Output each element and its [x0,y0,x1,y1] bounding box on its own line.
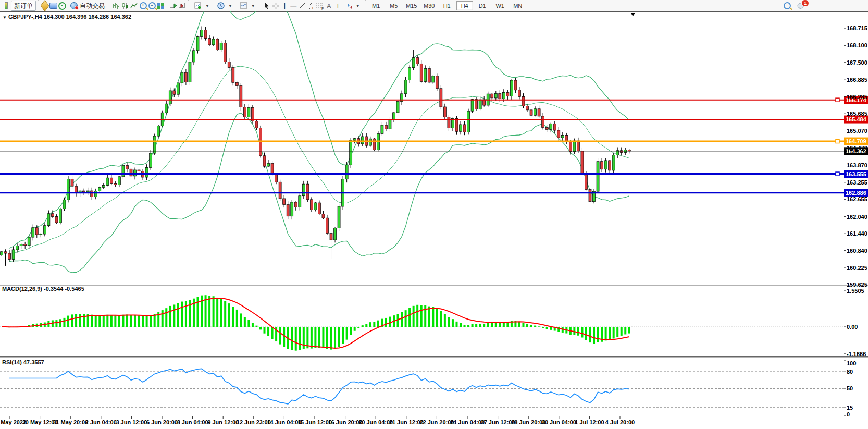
timeframe-m15[interactable]: M15 [403,1,420,10]
periods-dropdown[interactable]: ▼ [214,1,235,11]
toolbar-right: 1 [783,2,868,10]
timeframe-h1[interactable]: H1 [439,1,455,10]
toolbar-group-charttype: + − [110,0,167,11]
rsi-label: RSI(14) 47.3557 [2,359,44,365]
price-axis-tick: 166.885 [847,77,867,83]
price-axis-tick: 160.225 [847,265,867,271]
symbol-dropdown-icon[interactable]: ▼ [3,15,7,20]
new-chart-dropdown[interactable]: ▼ [191,1,213,11]
toolbar-group-scroll [167,0,188,11]
price-line-label: 165.484 [846,116,867,122]
chart-title: ▼ GBPJPY-,H4 164.300 164.396 164.286 164… [3,14,131,20]
time-axis-label: 9 Jun 12:00 [207,419,239,425]
time-axis-label: 3 Jun 12:00 [116,419,147,425]
cursor-icon[interactable] [263,2,271,10]
new-order-button[interactable]: 新订单 [11,1,36,11]
channel-letter: E [312,6,315,10]
timeframe-w1[interactable]: W1 [492,1,509,10]
chat-icon[interactable]: 1 [797,2,805,10]
toolbar-group-apps: 自动交易 [38,0,110,11]
timeframe-d1[interactable]: D1 [474,1,491,10]
price-axis-tick: 168.100 [847,42,867,48]
price-axis-tick: 168.715 [847,25,867,31]
autotrading-button[interactable]: 自动交易 [67,1,108,11]
time-axis-label: 8 Jun 04:00 [177,419,208,425]
rsi-axis-tick: 100 [847,360,856,366]
price-axis-tick: 160.840 [847,248,867,254]
time-axis-label: 4 Jul 20:00 [605,419,635,425]
zoom-out-icon[interactable]: − [147,2,156,10]
toolbar-group-new: ▼ ▼ ▼ [188,0,261,11]
timeframe-h4[interactable]: H4 [456,1,473,10]
macd-axis-tick: 1.5505 [847,288,864,294]
price-axis-tick: 163.255 [847,179,867,186]
zoom-in-icon[interactable]: + [139,2,147,10]
bar-chart-icon[interactable] [112,2,121,10]
time-axis-label: 31 May 20:00 [53,419,88,425]
timeframe-m30[interactable]: M30 [421,1,438,10]
notification-badge: 1 [801,0,809,7]
time-axis-label: 22 Jun 20:00 [419,419,454,425]
time-axis-label: 16 Jun 20:00 [328,419,363,425]
time-axis-label: 30 Jun 04:00 [542,419,576,425]
rsi-axis-tick: 0 [847,411,850,418]
rsi-axis-tick: 15 [847,405,853,411]
terminal-icon[interactable] [49,2,58,10]
metaeditor-icon[interactable] [40,2,49,10]
macd-axis-tick: -1.1666 [847,351,866,357]
time-axis-label: 12 Jun 23:00 [237,419,271,425]
arrows-dropdown[interactable]: ▼ [343,1,363,11]
toolbar: 新订单 自动交易 + − ▼ ▼ ▼ [0,0,868,12]
market-watch-icon[interactable] [2,2,10,10]
horizontal-line-icon[interactable]: — [289,2,298,10]
text-label-icon[interactable]: T [333,2,342,10]
time-axis-label: 21 Jun 12:00 [389,419,424,425]
search-icon[interactable] [783,2,791,10]
time-axis-label: 14 Jun 04:00 [267,419,301,425]
macd-label: MACD(12,26,9) -0.3544 -0.5465 [2,286,84,292]
price-axis-tick: 164.470 [847,145,867,151]
macd-axis-tick: 0.00 [847,324,858,330]
candlestick-icon[interactable] [121,2,130,10]
price-axis-tick: 162.040 [847,214,867,220]
tile-windows-icon[interactable] [156,2,165,10]
timeframe-m1[interactable]: M1 [368,1,385,10]
price-axis-tick: 165.070 [847,128,867,134]
line-chart-icon[interactable] [130,2,139,10]
timeframe-m5[interactable]: M5 [386,1,402,10]
price-axis-tick: 166.285 [847,94,867,100]
time-axis-label: 15 Jun 12:00 [297,419,332,425]
text-icon[interactable]: A [325,2,333,10]
time-axis-label: 2 Jun 04:00 [85,419,117,425]
autotrading-icon [70,2,78,9]
crosshair-icon[interactable] [271,2,280,10]
rsi-axis-tick: 50 [847,385,853,391]
price-axis-tick: 167.500 [847,59,867,66]
time-axis-label: 6 Jun 20:00 [146,419,178,425]
time-axis-label: 27 Jun 12:00 [481,419,515,425]
price-line-label: 162.886 [846,190,866,196]
trendline-icon[interactable] [298,2,307,10]
templates-dropdown[interactable]: ▼ [237,1,258,11]
price-line-label: 164.709 [846,138,866,144]
chart-shift-icon[interactable] [178,2,187,10]
toolbar-group-timeframes: M1 M5 M15 M30 H1 H4 D1 W1 MN [365,0,528,11]
signals-icon[interactable] [58,2,67,10]
autotrading-label: 自动交易 [80,2,105,10]
vertical-line-icon[interactable]: | [280,2,289,10]
fibonacci-icon[interactable]: F [316,2,325,10]
time-axis-label: 24 Jun 04:00 [450,419,485,425]
price-axis-tick: 163.870 [847,162,867,168]
new-order-label: 新订单 [14,2,33,10]
equidistant-channel-icon[interactable]: E [307,2,316,10]
time-axis-label: 28 Jun 20:00 [511,419,545,425]
time-axis-label: 1 Jul 12:00 [575,419,604,425]
price-axis-tick: 161.440 [847,230,867,237]
toolbar-group-trade: 新订单 [0,0,38,11]
svg-text:F: F [321,7,324,10]
price-axis-tick: 159.625 [847,281,867,288]
rsi-axis-tick: 80 [847,369,853,375]
chart-area[interactable]: 166.174165.484164.709164.362163.555162.8… [0,11,868,429]
timeframe-mn[interactable]: MN [510,1,526,10]
auto-scroll-icon[interactable] [169,2,178,10]
